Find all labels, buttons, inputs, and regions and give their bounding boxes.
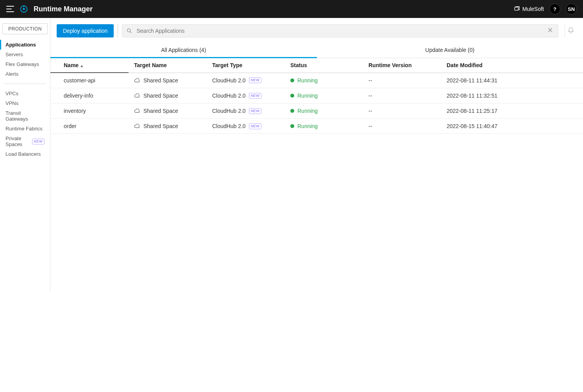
target-type-text: CloudHub 2.0 (212, 93, 246, 99)
sidebar-item-label: VPCs (5, 91, 18, 96)
sidebar-item-label: Load Balancers (5, 151, 41, 157)
table-row[interactable]: delivery-infoShared SpaceCloudHub 2.0NEW… (50, 88, 583, 103)
target-type-text: CloudHub 2.0 (212, 108, 246, 114)
new-badge: NEW (249, 123, 262, 129)
notifications-icon[interactable] (567, 27, 574, 35)
runtime-version-cell: -- (363, 103, 441, 119)
target-type-cell: CloudHub 2.0NEW (207, 88, 285, 103)
sidebar-item-label: Alerts (5, 71, 18, 77)
applications-table: Name▲ Target Name Target Type Status Run… (50, 58, 583, 134)
date-modified-cell: 2022-08-11 11:44:31 (441, 73, 583, 88)
target-name-cell: Shared Space (129, 103, 207, 119)
sidebar-item-private-spaces[interactable]: Private SpacesNEW (0, 134, 50, 149)
target-type-text: CloudHub 2.0 (212, 77, 246, 84)
status-text: Running (297, 108, 318, 114)
sidebar-item-label: Flex Gateways (5, 61, 39, 67)
status-dot-icon (290, 109, 294, 113)
cloud-icon (134, 124, 140, 128)
runtime-version-cell: -- (363, 88, 441, 103)
svg-point-3 (127, 29, 131, 32)
svg-line-4 (130, 32, 131, 33)
sidebar-item-vpcs[interactable]: VPCs (0, 89, 50, 98)
search-icon (126, 28, 132, 34)
target-name-text: Shared Space (143, 93, 178, 99)
sidebar-item-label: Servers (5, 52, 23, 57)
date-modified-cell: 2022-08-11 11:32:51 (441, 88, 583, 103)
page-title: Runtime Manager (34, 5, 93, 13)
user-avatar[interactable]: SN (566, 4, 577, 14)
app-header: Runtime Manager MuleSoft ? SN (0, 0, 583, 18)
table-row[interactable]: customer-apiShared SpaceCloudHub 2.0NEWR… (50, 73, 583, 88)
clear-search-icon[interactable] (546, 27, 554, 35)
sidebar-item-label: Applications (5, 42, 36, 48)
col-header-target-type[interactable]: Target Type (207, 58, 285, 73)
deploy-application-button[interactable]: Deploy application (57, 24, 114, 37)
target-name-text: Shared Space (143, 108, 178, 114)
svg-rect-2 (515, 7, 518, 10)
target-name-text: Shared Space (143, 123, 178, 129)
search-container (122, 24, 558, 37)
col-header-target-name[interactable]: Target Name (129, 58, 207, 73)
search-input[interactable] (136, 25, 542, 37)
col-header-name[interactable]: Name▲ (50, 58, 129, 73)
cloud-icon (134, 78, 140, 83)
status-cell: Running (285, 73, 363, 88)
sidebar-item-flex-gateways[interactable]: Flex Gateways (0, 59, 50, 69)
sidebar-divider (4, 84, 46, 84)
status-dot-icon (290, 124, 294, 128)
brand-label: MuleSoft (522, 6, 544, 12)
sidebar-item-servers[interactable]: Servers (0, 50, 50, 59)
runtime-manager-icon (20, 5, 28, 13)
sidebar-item-label: Transit Gateways (5, 110, 45, 122)
target-type-cell: CloudHub 2.0NEW (207, 103, 285, 119)
environment-selector[interactable]: PRODUCTION (2, 23, 48, 34)
sidebar-item-applications[interactable]: Applications (0, 40, 50, 50)
brand-link[interactable]: MuleSoft (514, 6, 544, 12)
col-header-runtime-version[interactable]: Runtime Version (363, 58, 441, 73)
status-text: Running (297, 93, 318, 99)
target-name-text: Shared Space (143, 77, 178, 84)
app-name-cell: inventory (50, 103, 129, 119)
table-row[interactable]: orderShared SpaceCloudHub 2.0NEWRunning-… (50, 119, 583, 134)
cloud-icon (134, 109, 140, 113)
status-cell: Running (285, 103, 363, 119)
sort-asc-icon: ▲ (80, 64, 84, 68)
new-badge: NEW (249, 77, 262, 83)
sidebar-item-load-balancers[interactable]: Load Balancers (0, 149, 50, 159)
sidebar-item-label: Runtime Fabrics (5, 126, 43, 132)
menu-icon[interactable] (6, 6, 14, 12)
help-button[interactable]: ? (549, 4, 560, 14)
svg-point-1 (23, 8, 25, 10)
app-name-cell: delivery-info (50, 88, 129, 103)
tab-update-available[interactable]: Update Available (0) (317, 43, 583, 58)
col-header-status[interactable]: Status (285, 58, 363, 73)
tab-all-applications[interactable]: All Applications (4) (50, 43, 317, 58)
target-type-text: CloudHub 2.0 (212, 123, 246, 129)
status-cell: Running (285, 88, 363, 103)
sidebar-item-label: VPNs (5, 100, 18, 106)
date-modified-cell: 2022-08-11 11:25:17 (441, 103, 583, 119)
status-dot-icon (290, 78, 294, 82)
sidebar: PRODUCTION ApplicationsServersFlex Gatew… (0, 18, 50, 291)
target-name-cell: Shared Space (129, 119, 207, 134)
status-cell: Running (285, 119, 363, 134)
target-name-cell: Shared Space (129, 73, 207, 88)
runtime-version-cell: -- (363, 73, 441, 88)
status-text: Running (297, 123, 318, 129)
runtime-version-cell: -- (363, 119, 441, 134)
sidebar-item-label: Private Spaces (5, 135, 30, 147)
sidebar-item-vpns[interactable]: VPNs (0, 98, 50, 108)
sidebar-item-transit-gateways[interactable]: Transit Gateways (0, 108, 50, 124)
cloud-icon (134, 93, 140, 98)
target-name-cell: Shared Space (129, 88, 207, 103)
col-header-date-modified[interactable]: Date Modified (441, 58, 583, 73)
main-content: Deploy application All Applications (4) … (50, 18, 583, 291)
sidebar-item-runtime-fabrics[interactable]: Runtime Fabrics (0, 124, 50, 134)
table-row[interactable]: inventoryShared SpaceCloudHub 2.0NEWRunn… (50, 103, 583, 119)
new-badge: NEW (249, 93, 262, 99)
target-type-cell: CloudHub 2.0NEW (207, 73, 285, 88)
app-name-cell: order (50, 119, 129, 134)
app-name-cell: customer-api (50, 73, 129, 88)
status-text: Running (297, 77, 318, 84)
sidebar-item-alerts[interactable]: Alerts (0, 69, 50, 79)
